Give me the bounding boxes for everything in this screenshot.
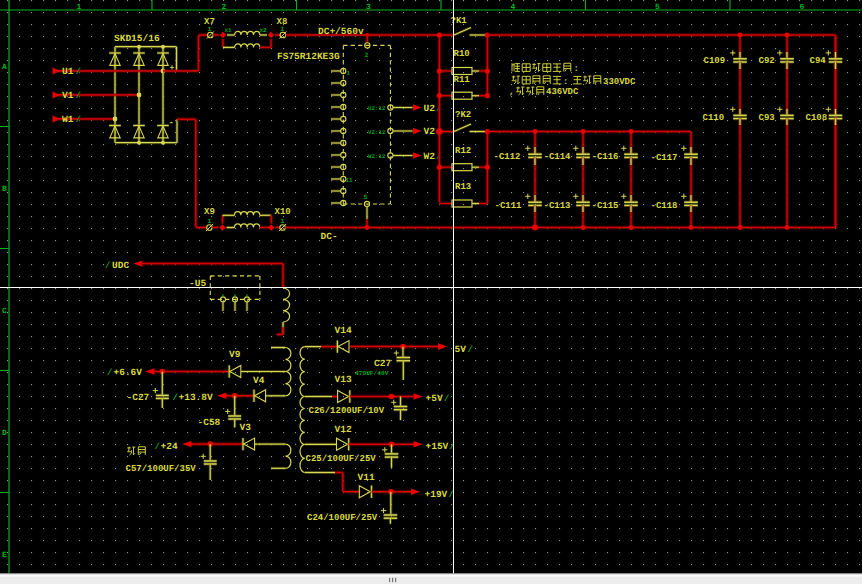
svg-text:D: D bbox=[2, 429, 7, 438]
svg-text:X8: X8 bbox=[277, 17, 288, 27]
svg-text:11: 11 bbox=[346, 177, 354, 184]
svg-text:1: 1 bbox=[208, 26, 212, 33]
svg-text:X10: X10 bbox=[275, 207, 291, 217]
svg-text:1: 1 bbox=[281, 218, 285, 225]
svg-text:C110: C110 bbox=[703, 113, 725, 123]
svg-text:C25/100UF/25V: C25/100UF/25V bbox=[306, 454, 377, 464]
svg-text:/: / bbox=[173, 393, 178, 403]
svg-text:V2:12: V2:12 bbox=[368, 129, 386, 136]
svg-text:V12: V12 bbox=[335, 424, 352, 435]
svg-text:C108: C108 bbox=[806, 113, 828, 123]
svg-text:5: 5 bbox=[655, 3, 660, 12]
svg-text:U1: U1 bbox=[62, 66, 74, 77]
svg-text:3: 3 bbox=[366, 3, 371, 12]
svg-text:/: / bbox=[468, 345, 473, 355]
svg-text:/: / bbox=[107, 368, 112, 378]
svg-text:X9: X9 bbox=[204, 207, 215, 217]
svg-text:C92: C92 bbox=[759, 56, 775, 66]
svg-text:2: 2 bbox=[365, 52, 369, 59]
svg-text:2: 2 bbox=[222, 3, 227, 12]
svg-text:C93: C93 bbox=[759, 113, 775, 123]
svg-text:DC+/560v: DC+/560v bbox=[318, 26, 364, 37]
svg-text:C94: C94 bbox=[810, 56, 827, 66]
svg-text:R10: R10 bbox=[454, 49, 470, 59]
svg-text:-C114: -C114 bbox=[544, 152, 572, 162]
svg-text:V1: V1 bbox=[62, 90, 74, 101]
svg-text:+24: +24 bbox=[161, 441, 178, 452]
svg-text:-: - bbox=[169, 118, 174, 128]
svg-text:+19V: +19V bbox=[425, 489, 448, 500]
svg-text:-C58: -C58 bbox=[198, 417, 221, 428]
svg-text:/: / bbox=[155, 442, 160, 452]
svg-text:4: 4 bbox=[511, 3, 516, 12]
svg-text:V4: V4 bbox=[253, 375, 265, 386]
svg-text:1: 1 bbox=[281, 26, 285, 33]
svg-text:E: E bbox=[2, 551, 7, 560]
svg-text:X7: X7 bbox=[204, 17, 215, 27]
svg-text:330VDC: 330VDC bbox=[603, 77, 636, 87]
svg-text:5: 5 bbox=[364, 194, 368, 201]
svg-text:+5V: +5V bbox=[426, 393, 443, 404]
svg-text:/: / bbox=[450, 442, 455, 452]
svg-text:A: A bbox=[2, 63, 7, 72]
svg-text:W2:12: W2:12 bbox=[368, 153, 386, 160]
svg-text:C: C bbox=[2, 307, 7, 316]
svg-text:/: / bbox=[76, 115, 81, 125]
svg-text:/: / bbox=[444, 394, 449, 404]
svg-text:V2: V2 bbox=[424, 126, 436, 137]
svg-text:C27: C27 bbox=[374, 358, 391, 369]
svg-text:U2: U2 bbox=[424, 103, 436, 114]
svg-text:+6.6V: +6.6V bbox=[114, 367, 143, 378]
svg-text:DC-: DC- bbox=[321, 231, 338, 242]
svg-text:V9: V9 bbox=[229, 349, 241, 360]
svg-text:-C116: -C116 bbox=[592, 152, 619, 162]
svg-text:V3: V3 bbox=[240, 422, 252, 433]
svg-text:+13.8V: +13.8V bbox=[179, 392, 214, 403]
svg-text:470UF/40V: 470UF/40V bbox=[355, 370, 389, 377]
svg-text:x1: x1 bbox=[225, 27, 233, 34]
svg-text:/: / bbox=[76, 91, 81, 101]
svg-text:V13: V13 bbox=[335, 374, 352, 385]
svg-text:C26/1200UF/10V: C26/1200UF/10V bbox=[309, 406, 385, 416]
svg-text:1: 1 bbox=[77, 3, 82, 12]
svg-text:C109: C109 bbox=[704, 56, 726, 66]
svg-text:+15V: +15V bbox=[426, 441, 449, 452]
svg-text:R13: R13 bbox=[455, 182, 471, 192]
svg-text::: : bbox=[563, 77, 568, 87]
svg-text:6: 6 bbox=[800, 3, 805, 12]
svg-text:,: , bbox=[509, 87, 514, 97]
svg-text:1: 1 bbox=[347, 70, 351, 77]
svg-text:SKD15/16: SKD15/16 bbox=[114, 33, 160, 44]
svg-text:R11: R11 bbox=[454, 75, 471, 85]
svg-text:FS75R12KE3G: FS75R12KE3G bbox=[277, 51, 340, 62]
svg-text:-C27: -C27 bbox=[127, 392, 150, 403]
svg-text:436VDC: 436VDC bbox=[546, 87, 579, 97]
svg-text:C57/100UF/35V: C57/100UF/35V bbox=[126, 464, 197, 474]
svg-text:-C112: -C112 bbox=[494, 152, 521, 162]
svg-text:-C113: -C113 bbox=[544, 201, 571, 211]
svg-text:-U5: -U5 bbox=[189, 278, 206, 289]
svg-text:/: / bbox=[76, 67, 81, 77]
svg-text:W2: W2 bbox=[424, 151, 436, 162]
svg-text:W1: W1 bbox=[62, 114, 74, 125]
svg-text:5V: 5V bbox=[455, 344, 467, 355]
svg-text:x2: x2 bbox=[260, 27, 268, 34]
svg-text::: : bbox=[574, 64, 579, 74]
svg-text:-C115: -C115 bbox=[592, 201, 619, 211]
svg-text:-C118: -C118 bbox=[651, 201, 678, 211]
svg-text:-C111: -C111 bbox=[495, 201, 523, 211]
svg-text:/: / bbox=[105, 261, 110, 271]
svg-text:R12: R12 bbox=[455, 146, 471, 156]
svg-text:1: 1 bbox=[208, 218, 212, 225]
svg-text:V14: V14 bbox=[335, 325, 352, 336]
svg-text:B: B bbox=[2, 185, 7, 194]
svg-text:UDC: UDC bbox=[112, 260, 129, 271]
svg-text:C24/100UF/25V: C24/100UF/25V bbox=[307, 513, 378, 523]
svg-text:V11: V11 bbox=[358, 472, 375, 483]
svg-text:-C117: -C117 bbox=[651, 153, 678, 163]
svg-text:U2:12: U2:12 bbox=[368, 105, 386, 112]
svg-text:?K2: ?K2 bbox=[455, 110, 471, 120]
